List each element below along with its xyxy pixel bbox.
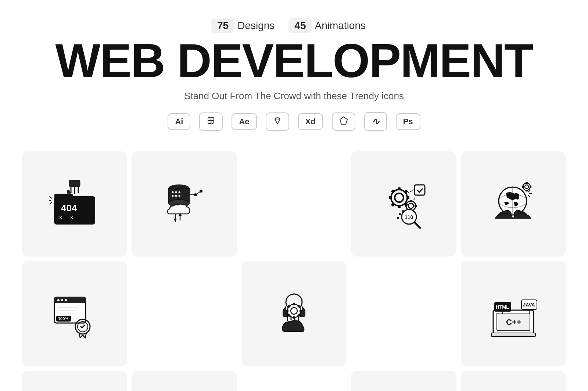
icon-cell-db-history bbox=[22, 371, 127, 391]
svg-rect-60 bbox=[530, 186, 531, 188]
tools-row: Ai Ae Xd ∿ Ps bbox=[0, 112, 588, 131]
tool-ai: Ai bbox=[168, 113, 190, 130]
svg-point-18 bbox=[178, 191, 180, 193]
icon-cell-servers bbox=[351, 371, 456, 391]
svg-point-21 bbox=[178, 195, 180, 197]
svg-point-25 bbox=[200, 190, 202, 193]
designs-count: 75 bbox=[211, 18, 234, 33]
svg-rect-38 bbox=[391, 203, 395, 207]
svg-point-55 bbox=[523, 183, 530, 190]
svg-point-3 bbox=[211, 121, 214, 123]
icon-cell-seo: 110 bbox=[351, 151, 456, 257]
icon-cell-empty-4 bbox=[241, 371, 347, 391]
tool-ae: Ae bbox=[232, 113, 257, 130]
svg-rect-93 bbox=[491, 333, 535, 337]
icons-grid-container: 404 × — × bbox=[0, 151, 588, 391]
svg-rect-42 bbox=[410, 200, 412, 202]
stats-row: 75 Designs 45 Animations bbox=[0, 18, 588, 33]
svg-point-56 bbox=[525, 185, 528, 189]
svg-point-31 bbox=[395, 193, 404, 202]
svg-text:100%: 100% bbox=[58, 316, 68, 321]
svg-line-51 bbox=[415, 222, 420, 228]
svg-rect-5 bbox=[69, 180, 80, 187]
svg-line-10 bbox=[50, 196, 52, 198]
svg-rect-46 bbox=[415, 185, 425, 195]
svg-line-66 bbox=[528, 195, 530, 197]
tool-xd: Xd bbox=[298, 113, 323, 130]
subtitle: Stand Out From The Crowd with these Tren… bbox=[0, 90, 588, 102]
animations-label: Animations bbox=[315, 20, 366, 32]
svg-rect-2 bbox=[208, 121, 211, 123]
svg-rect-1 bbox=[211, 118, 214, 121]
tool-figma bbox=[199, 112, 223, 131]
svg-rect-58 bbox=[526, 190, 528, 191]
svg-text:404: 404 bbox=[61, 202, 77, 214]
svg-point-71 bbox=[65, 299, 67, 301]
icon-cell-empty-3 bbox=[351, 261, 456, 366]
svg-text:C++: C++ bbox=[506, 318, 521, 327]
svg-rect-34 bbox=[389, 196, 392, 199]
svg-point-17 bbox=[175, 191, 177, 193]
svg-point-20 bbox=[175, 195, 177, 197]
icon-cell-404: 404 × — × bbox=[22, 151, 127, 257]
svg-rect-85 bbox=[300, 310, 302, 312]
svg-point-70 bbox=[61, 299, 63, 301]
svg-line-47 bbox=[408, 189, 415, 193]
svg-marker-27 bbox=[174, 219, 177, 222]
svg-rect-7 bbox=[54, 194, 73, 199]
svg-point-41 bbox=[408, 203, 413, 208]
svg-text:110: 110 bbox=[405, 214, 413, 220]
svg-rect-84 bbox=[286, 310, 288, 312]
animations-count: 45 bbox=[288, 18, 312, 33]
icon-cell-globe bbox=[461, 151, 566, 257]
icon-cell-mobile bbox=[461, 371, 566, 391]
icon-cell-database-cloud bbox=[132, 151, 237, 257]
svg-rect-44 bbox=[405, 205, 407, 207]
svg-rect-32 bbox=[398, 187, 401, 190]
svg-rect-82 bbox=[293, 303, 295, 305]
svg-rect-35 bbox=[406, 196, 409, 199]
icon-cell-cloud-media bbox=[132, 371, 237, 391]
svg-rect-37 bbox=[404, 190, 408, 194]
svg-rect-57 bbox=[526, 182, 528, 184]
page-header: 75 Designs 45 Animations WEB DEVELOPMENT… bbox=[0, 0, 588, 151]
svg-rect-36 bbox=[391, 190, 395, 194]
designs-label: Designs bbox=[237, 20, 275, 32]
icon-cell-tech-support bbox=[241, 261, 347, 366]
icon-cell-empty-2 bbox=[132, 261, 237, 366]
icon-cell-quality: 100% bbox=[22, 261, 127, 366]
svg-rect-45 bbox=[415, 205, 417, 207]
tool-diamond bbox=[332, 112, 355, 131]
main-title: WEB DEVELOPMENT bbox=[0, 37, 588, 85]
svg-rect-0 bbox=[208, 118, 211, 121]
svg-rect-33 bbox=[398, 205, 401, 208]
icon-cell-empty-1 bbox=[241, 151, 347, 257]
icon-cell-coding: C++ HTML JAVA bbox=[461, 261, 566, 366]
svg-line-12 bbox=[50, 202, 52, 204]
tool-sketch bbox=[266, 112, 289, 131]
svg-text:HTML: HTML bbox=[496, 304, 509, 310]
svg-point-19 bbox=[172, 195, 173, 197]
svg-text:JAVA: JAVA bbox=[523, 302, 535, 308]
svg-point-69 bbox=[57, 299, 60, 301]
svg-text:×  —  ×: × — × bbox=[59, 215, 73, 220]
svg-point-52 bbox=[402, 210, 404, 212]
svg-marker-4 bbox=[340, 117, 347, 124]
tool-affinity: ∿ bbox=[364, 112, 387, 131]
svg-rect-59 bbox=[522, 186, 524, 188]
svg-point-16 bbox=[172, 191, 173, 193]
icons-grid: 404 × — × bbox=[22, 151, 566, 391]
svg-point-53 bbox=[399, 213, 401, 215]
tool-ps: Ps bbox=[396, 113, 420, 130]
svg-point-54 bbox=[397, 217, 399, 219]
